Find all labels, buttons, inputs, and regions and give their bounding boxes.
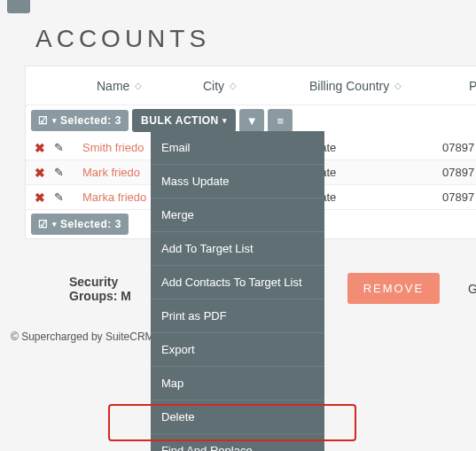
selected-pill[interactable]: ☑ ▾ Selected:3 <box>31 214 129 235</box>
security-groups-label: Security Groups: M <box>69 275 160 303</box>
remove-button[interactable]: REMOVE <box>347 273 440 304</box>
check-icon: ☑ <box>38 218 49 230</box>
selected-label: Selected: <box>60 218 112 230</box>
country-cell: State <box>309 191 442 204</box>
selected-count: 3 <box>115 218 121 230</box>
bulk-action-label: BULK ACTION <box>141 114 219 127</box>
group-label: Group <box>468 282 476 296</box>
dropdown-item-find-replace[interactable]: Find And Replace <box>151 433 324 451</box>
selected-pill[interactable]: ☑ ▾ Selected:3 <box>31 110 129 131</box>
phone-cell: 07897 <box>442 191 476 204</box>
caret-down-icon: ▾ <box>52 220 58 229</box>
delete-icon[interactable]: ✖ <box>35 141 45 155</box>
dropdown-item-add-target-list[interactable]: Add To Target List <box>151 231 324 265</box>
caret-down-icon: ▾ <box>52 116 58 125</box>
col-phone-label[interactable]: Phone <box>469 79 476 93</box>
col-name-label[interactable]: Name <box>97 79 129 93</box>
selected-count: 3 <box>115 114 121 127</box>
dropdown-item-mass-update[interactable]: Mass Update <box>151 164 324 198</box>
dropdown-item-export[interactable]: Export <box>151 332 324 366</box>
phone-cell: 07897 <box>442 141 476 154</box>
dropdown-item-merge[interactable]: Merge <box>151 198 324 231</box>
filter-button[interactable]: ▼ <box>239 109 264 132</box>
country-cell: State <box>309 166 442 179</box>
phone-cell: 07897 <box>442 166 476 179</box>
page-title: ACCOUNTS <box>35 25 210 53</box>
columns-button[interactable]: ≡ <box>268 109 293 132</box>
dropdown-item-delete[interactable]: Delete <box>151 400 324 433</box>
col-city-label[interactable]: City <box>203 79 224 93</box>
dropdown-item-map[interactable]: Map <box>151 366 324 400</box>
list-icon: ≡ <box>277 114 284 128</box>
edit-icon[interactable]: ✎ <box>54 166 64 179</box>
dropdown-item-email[interactable]: Email <box>151 131 324 164</box>
dropdown-item-add-contacts-target-list[interactable]: Add Contacts To Target List <box>151 265 324 299</box>
selected-label: Selected: <box>60 114 112 127</box>
delete-icon[interactable]: ✖ <box>35 191 45 205</box>
top-widget[interactable] <box>7 0 30 13</box>
footer-credit: © Supercharged by SuiteCRM <box>11 330 154 343</box>
sort-icon[interactable]: ◇ <box>135 81 142 90</box>
edit-icon[interactable]: ✎ <box>54 141 64 154</box>
edit-icon[interactable]: ✎ <box>54 191 64 204</box>
delete-icon[interactable]: ✖ <box>35 166 45 180</box>
funnel-icon: ▼ <box>246 114 258 128</box>
caret-down-icon: ▾ <box>222 116 228 125</box>
dropdown-item-print-pdf[interactable]: Print as PDF <box>151 299 324 332</box>
table-header: Name ◇ City ◇ Billing Country ◇ Phone <box>26 66 476 105</box>
sort-icon[interactable]: ◇ <box>230 81 237 90</box>
sort-icon[interactable]: ◇ <box>394 81 402 90</box>
check-icon: ☑ <box>38 114 49 127</box>
bulk-action-button[interactable]: BULK ACTION ▾ <box>132 109 236 132</box>
bulk-action-dropdown: Email Mass Update Merge Add To Target Li… <box>151 131 324 451</box>
country-cell: State <box>309 141 442 154</box>
col-country-label[interactable]: Billing Country <box>309 79 389 93</box>
